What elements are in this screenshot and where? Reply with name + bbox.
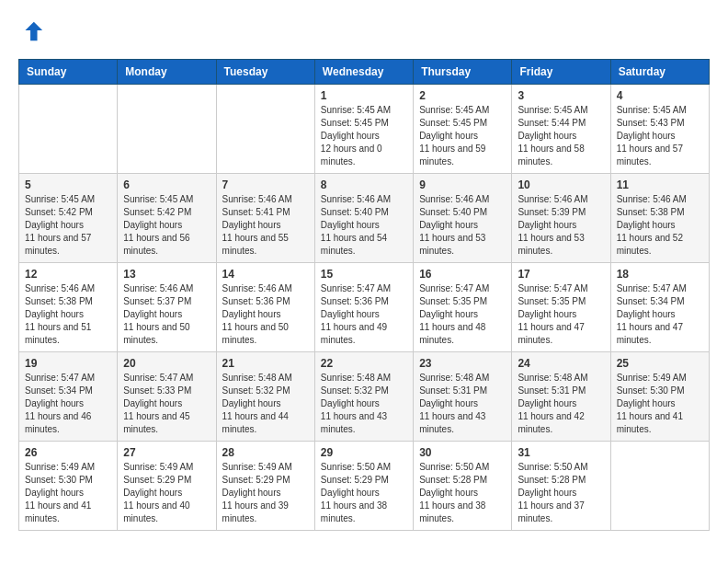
calendar-week-row: 1Sunrise: 5:45 AMSunset: 5:45 PMDaylight… [19, 85, 710, 174]
day-info: Sunrise: 5:48 AMSunset: 5:32 PMDaylight … [222, 372, 309, 436]
day-info: Sunrise: 5:48 AMSunset: 5:31 PMDaylight … [419, 372, 506, 436]
calendar-header-row: SundayMondayTuesdayWednesdayThursdayFrid… [19, 60, 710, 85]
day-number: 13 [123, 268, 210, 281]
calendar-week-row: 26Sunrise: 5:49 AMSunset: 5:30 PMDayligh… [19, 442, 710, 531]
day-number: 27 [123, 446, 210, 459]
calendar-cell: 31Sunrise: 5:50 AMSunset: 5:28 PMDayligh… [512, 442, 610, 531]
day-info: Sunrise: 5:47 AMSunset: 5:35 PMDaylight … [518, 282, 604, 347]
calendar-cell: 10Sunrise: 5:46 AMSunset: 5:39 PMDayligh… [512, 174, 610, 263]
calendar-cell: 27Sunrise: 5:49 AMSunset: 5:29 PMDayligh… [118, 442, 216, 531]
calendar-cell: 21Sunrise: 5:48 AMSunset: 5:32 PMDayligh… [216, 352, 314, 442]
calendar-week-row: 12Sunrise: 5:46 AMSunset: 5:38 PMDayligh… [19, 263, 710, 352]
calendar-cell: 7Sunrise: 5:46 AMSunset: 5:41 PMDaylight… [216, 174, 314, 263]
logo [18, 18, 48, 44]
day-of-week-header: Monday [118, 60, 216, 85]
day-info: Sunrise: 5:47 AMSunset: 5:33 PMDaylight … [123, 372, 210, 436]
calendar-week-row: 5Sunrise: 5:45 AMSunset: 5:42 PMDaylight… [19, 174, 710, 263]
calendar-cell: 30Sunrise: 5:50 AMSunset: 5:28 PMDayligh… [414, 442, 512, 531]
day-info: Sunrise: 5:49 AMSunset: 5:29 PMDaylight … [123, 461, 210, 525]
calendar-cell: 19Sunrise: 5:47 AMSunset: 5:34 PMDayligh… [19, 352, 118, 442]
day-info: Sunrise: 5:50 AMSunset: 5:29 PMDaylight … [321, 461, 407, 525]
calendar-cell: 15Sunrise: 5:47 AMSunset: 5:36 PMDayligh… [314, 263, 413, 352]
logo-icon [18, 18, 44, 44]
day-number: 20 [123, 357, 210, 370]
day-number: 11 [617, 178, 703, 191]
day-info: Sunrise: 5:46 AMSunset: 5:37 PMDaylight … [123, 282, 210, 347]
day-number: 17 [518, 268, 604, 281]
day-number: 25 [617, 357, 703, 370]
day-number: 10 [518, 178, 604, 191]
day-info: Sunrise: 5:46 AMSunset: 5:40 PMDaylight … [419, 193, 506, 258]
day-of-week-header: Friday [512, 60, 610, 85]
day-number: 15 [321, 268, 407, 281]
day-info: Sunrise: 5:46 AMSunset: 5:41 PMDaylight … [222, 193, 309, 258]
calendar-table: SundayMondayTuesdayWednesdayThursdayFrid… [18, 59, 710, 531]
day-info: Sunrise: 5:47 AMSunset: 5:36 PMDaylight … [321, 282, 407, 347]
calendar-cell: 29Sunrise: 5:50 AMSunset: 5:29 PMDayligh… [314, 442, 413, 531]
day-number: 22 [321, 357, 407, 370]
day-info: Sunrise: 5:50 AMSunset: 5:28 PMDaylight … [419, 461, 506, 525]
day-number: 26 [25, 446, 111, 459]
calendar-cell: 11Sunrise: 5:46 AMSunset: 5:38 PMDayligh… [610, 174, 709, 263]
calendar-cell [216, 85, 314, 174]
day-number: 18 [617, 268, 703, 281]
day-number: 1 [321, 89, 407, 102]
day-info: Sunrise: 5:45 AMSunset: 5:45 PMDaylight … [321, 104, 407, 168]
calendar-cell [118, 85, 216, 174]
calendar-cell: 6Sunrise: 5:45 AMSunset: 5:42 PMDaylight… [118, 174, 216, 263]
day-number: 24 [518, 357, 604, 370]
day-number: 23 [419, 357, 506, 370]
day-number: 29 [321, 446, 407, 459]
svg-marker-0 [25, 22, 42, 41]
calendar-cell: 4Sunrise: 5:45 AMSunset: 5:43 PMDaylight… [610, 85, 709, 174]
day-info: Sunrise: 5:49 AMSunset: 5:30 PMDaylight … [617, 372, 703, 436]
day-info: Sunrise: 5:46 AMSunset: 5:36 PMDaylight … [222, 282, 309, 347]
day-info: Sunrise: 5:49 AMSunset: 5:30 PMDaylight … [25, 461, 111, 525]
day-info: Sunrise: 5:45 AMSunset: 5:43 PMDaylight … [617, 104, 703, 168]
day-number: 19 [25, 357, 111, 370]
day-number: 14 [222, 268, 309, 281]
calendar-cell: 14Sunrise: 5:46 AMSunset: 5:36 PMDayligh… [216, 263, 314, 352]
day-number: 31 [518, 446, 604, 459]
day-number: 30 [419, 446, 506, 459]
day-number: 2 [419, 89, 506, 102]
calendar-cell: 24Sunrise: 5:48 AMSunset: 5:31 PMDayligh… [512, 352, 610, 442]
day-of-week-header: Tuesday [216, 60, 314, 85]
day-of-week-header: Wednesday [314, 60, 413, 85]
calendar-cell: 18Sunrise: 5:47 AMSunset: 5:34 PMDayligh… [610, 263, 709, 352]
calendar-cell: 3Sunrise: 5:45 AMSunset: 5:44 PMDaylight… [512, 85, 610, 174]
day-info: Sunrise: 5:45 AMSunset: 5:45 PMDaylight … [419, 104, 506, 168]
day-number: 5 [25, 178, 111, 191]
day-info: Sunrise: 5:45 AMSunset: 5:44 PMDaylight … [518, 104, 604, 168]
day-info: Sunrise: 5:48 AMSunset: 5:31 PMDaylight … [518, 372, 604, 436]
calendar-cell: 16Sunrise: 5:47 AMSunset: 5:35 PMDayligh… [414, 263, 512, 352]
day-info: Sunrise: 5:46 AMSunset: 5:39 PMDaylight … [518, 193, 604, 258]
calendar-cell: 28Sunrise: 5:49 AMSunset: 5:29 PMDayligh… [216, 442, 314, 531]
day-number: 4 [617, 89, 703, 102]
day-of-week-header: Saturday [610, 60, 709, 85]
day-number: 6 [123, 178, 210, 191]
calendar-cell: 2Sunrise: 5:45 AMSunset: 5:45 PMDaylight… [414, 85, 512, 174]
calendar-cell: 22Sunrise: 5:48 AMSunset: 5:32 PMDayligh… [314, 352, 413, 442]
calendar-cell: 8Sunrise: 5:46 AMSunset: 5:40 PMDaylight… [314, 174, 413, 263]
day-number: 3 [518, 89, 604, 102]
day-number: 9 [419, 178, 506, 191]
calendar-cell: 1Sunrise: 5:45 AMSunset: 5:45 PMDaylight… [314, 85, 413, 174]
day-info: Sunrise: 5:47 AMSunset: 5:34 PMDaylight … [617, 282, 703, 347]
day-number: 16 [419, 268, 506, 281]
day-info: Sunrise: 5:50 AMSunset: 5:28 PMDaylight … [518, 461, 604, 525]
calendar-cell: 25Sunrise: 5:49 AMSunset: 5:30 PMDayligh… [610, 352, 709, 442]
calendar-cell [610, 442, 709, 531]
day-of-week-header: Sunday [19, 60, 118, 85]
day-number: 12 [25, 268, 111, 281]
calendar-cell: 26Sunrise: 5:49 AMSunset: 5:30 PMDayligh… [19, 442, 118, 531]
day-info: Sunrise: 5:46 AMSunset: 5:38 PMDaylight … [617, 193, 703, 258]
day-info: Sunrise: 5:46 AMSunset: 5:38 PMDaylight … [25, 282, 111, 347]
day-number: 7 [222, 178, 309, 191]
day-number: 21 [222, 357, 309, 370]
day-number: 8 [321, 178, 407, 191]
day-info: Sunrise: 5:47 AMSunset: 5:35 PMDaylight … [419, 282, 506, 347]
day-of-week-header: Thursday [414, 60, 512, 85]
day-info: Sunrise: 5:47 AMSunset: 5:34 PMDaylight … [25, 372, 111, 436]
calendar-cell: 23Sunrise: 5:48 AMSunset: 5:31 PMDayligh… [414, 352, 512, 442]
